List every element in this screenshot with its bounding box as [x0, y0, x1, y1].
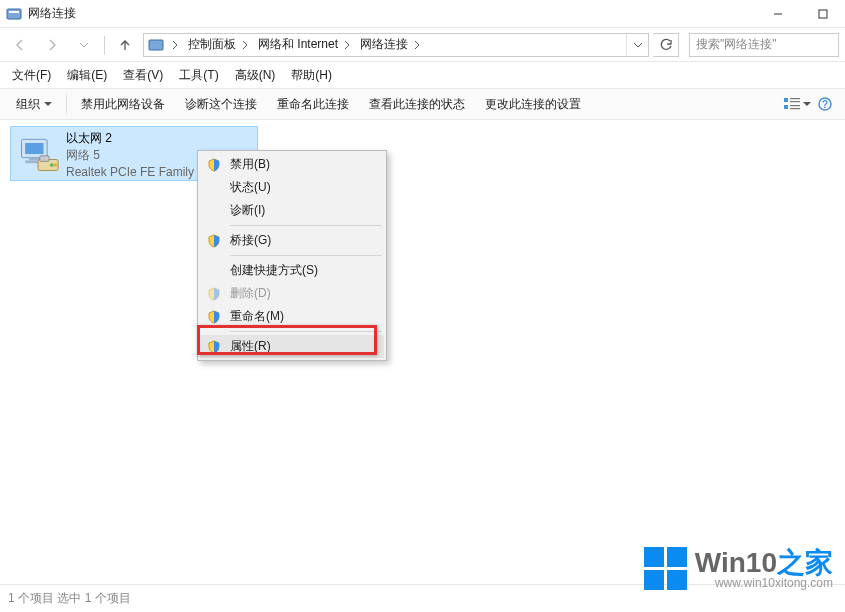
ctx-diagnose[interactable]: 诊断(I)	[200, 199, 384, 222]
svg-point-20	[54, 163, 58, 167]
menu-file[interactable]: 文件(F)	[4, 64, 59, 87]
shield-icon	[207, 310, 221, 324]
content-area[interactable]: 以太网 2 网络 5 Realtek PCIe FE Family	[0, 120, 845, 584]
svg-rect-8	[784, 105, 788, 109]
titlebar: 网络连接	[0, 0, 845, 28]
svg-rect-7	[790, 101, 800, 102]
toolbar-action[interactable]: 禁用此网络设备	[71, 92, 175, 117]
organize-button[interactable]: 组织	[6, 92, 62, 117]
adapter-device: Realtek PCIe FE Family	[66, 164, 194, 181]
back-button[interactable]	[6, 32, 34, 58]
refresh-button[interactable]	[653, 33, 679, 57]
recent-dropdown[interactable]	[70, 32, 98, 58]
up-button[interactable]	[111, 32, 139, 58]
ctx-separator	[230, 225, 382, 226]
toolbar-action[interactable]: 诊断这个连接	[175, 92, 267, 117]
menu-help[interactable]: 帮助(H)	[283, 64, 340, 87]
minimize-button[interactable]	[755, 0, 800, 28]
chevron-right-icon[interactable]	[168, 34, 182, 56]
organize-label: 组织	[16, 96, 40, 113]
forward-button[interactable]	[38, 32, 66, 58]
svg-rect-0	[7, 9, 21, 19]
svg-rect-1	[9, 11, 19, 13]
toolbar-action[interactable]: 重命名此连接	[267, 92, 359, 117]
watermark-title: Win10之家	[695, 548, 833, 577]
svg-point-19	[50, 163, 54, 167]
breadcrumb-item[interactable]: 控制面板	[182, 34, 238, 56]
menubar: 文件(F) 编辑(E) 查看(V) 工具(T) 高级(N) 帮助(H)	[0, 62, 845, 88]
shield-icon	[207, 287, 221, 301]
watermark: Win10之家 www.win10xitong.com	[644, 547, 833, 590]
help-button[interactable]: ?	[811, 92, 839, 116]
view-options-button[interactable]	[783, 92, 811, 116]
svg-rect-6	[790, 98, 800, 99]
breadcrumb-item[interactable]: 网络连接	[354, 34, 410, 56]
adapter-icon	[14, 130, 62, 178]
ctx-properties[interactable]: 属性(R)	[200, 335, 384, 358]
search-placeholder: 搜索"网络连接"	[696, 36, 777, 53]
ctx-rename[interactable]: 重命名(M)	[200, 305, 384, 328]
svg-rect-14	[25, 143, 43, 154]
context-menu: 禁用(B) 状态(U) 诊断(I) 桥接(G) 创建快捷方式(S) 删除(D) …	[197, 150, 387, 361]
status-text: 1 个项目 选中 1 个项目	[8, 590, 131, 607]
app-icon	[6, 6, 22, 22]
chevron-down-icon	[44, 102, 52, 106]
window-controls	[755, 0, 845, 27]
windows-logo-icon	[644, 547, 687, 590]
ctx-bridge[interactable]: 桥接(G)	[200, 229, 384, 252]
watermark-url: www.win10xitong.com	[695, 577, 833, 590]
ctx-separator	[230, 331, 382, 332]
chevron-right-icon[interactable]	[340, 34, 354, 56]
ctx-status[interactable]: 状态(U)	[200, 176, 384, 199]
menu-tools[interactable]: 工具(T)	[171, 64, 226, 87]
ctx-disable[interactable]: 禁用(B)	[200, 153, 384, 176]
menu-view[interactable]: 查看(V)	[115, 64, 171, 87]
svg-rect-10	[790, 108, 800, 109]
adapter-name: 以太网 2	[66, 130, 194, 147]
ctx-delete: 删除(D)	[200, 282, 384, 305]
shield-icon	[207, 158, 221, 172]
toolbar-action[interactable]: 查看此连接的状态	[359, 92, 475, 117]
svg-rect-9	[790, 105, 800, 106]
navbar: 控制面板 网络和 Internet 网络连接 搜索"网络连接"	[0, 28, 845, 62]
ctx-separator	[230, 255, 382, 256]
location-icon	[148, 37, 164, 53]
svg-text:?: ?	[822, 99, 828, 110]
breadcrumb-item[interactable]: 网络和 Internet	[252, 34, 340, 56]
window-title: 网络连接	[28, 5, 76, 22]
svg-rect-18	[40, 156, 49, 162]
toolbar-action[interactable]: 更改此连接的设置	[475, 92, 591, 117]
shield-icon	[207, 340, 221, 354]
menu-edit[interactable]: 编辑(E)	[59, 64, 115, 87]
location-dropdown[interactable]	[626, 34, 648, 56]
search-input[interactable]: 搜索"网络连接"	[689, 33, 839, 57]
chevron-right-icon[interactable]	[410, 34, 424, 56]
maximize-button[interactable]	[800, 0, 845, 28]
adapter-status: 网络 5	[66, 147, 194, 164]
toolbar: 组织 禁用此网络设备 诊断这个连接 重命名此连接 查看此连接的状态 更改此连接的…	[0, 88, 845, 120]
chevron-right-icon[interactable]	[238, 34, 252, 56]
shield-icon	[207, 234, 221, 248]
location-bar[interactable]: 控制面板 网络和 Internet 网络连接	[143, 33, 649, 57]
ctx-create-shortcut[interactable]: 创建快捷方式(S)	[200, 259, 384, 282]
svg-rect-3	[819, 10, 827, 18]
svg-rect-5	[784, 98, 788, 102]
menu-advanced[interactable]: 高级(N)	[227, 64, 284, 87]
svg-rect-4	[149, 40, 163, 50]
